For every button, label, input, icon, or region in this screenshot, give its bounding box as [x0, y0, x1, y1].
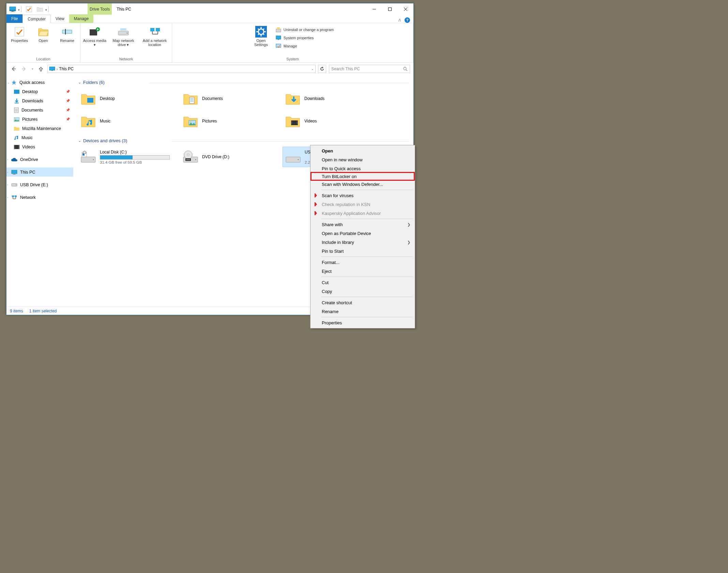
cm-pin-to-start[interactable]: Pin to Start	[312, 247, 414, 255]
nav-quick-access[interactable]: ⌄ Quick access	[6, 78, 73, 87]
drive-local-c[interactable]: Local Disk (C:) 31.4 GB free of 59.5 GB	[78, 147, 177, 167]
nav-this-pc[interactable]: ›This PC	[6, 167, 73, 177]
tab-manage[interactable]: Manage	[69, 14, 93, 23]
cm-open-portable[interactable]: Open as Portable Device	[312, 229, 414, 238]
open-button[interactable]: Open	[32, 25, 54, 56]
map-drive-icon	[118, 26, 129, 38]
uninstall-program-button[interactable]: Uninstall or change a program	[274, 26, 335, 33]
system-properties-label: System properties	[284, 36, 314, 40]
usb-drive-icon	[11, 183, 17, 187]
ribbon-help-area: ᐱ ?	[398, 17, 413, 23]
nav-onedrive[interactable]: ›OneDrive	[6, 155, 73, 164]
folder-music[interactable]: Music	[78, 111, 177, 131]
cm-open[interactable]: Open	[312, 146, 414, 155]
rename-icon	[61, 26, 73, 38]
settings-gear-icon	[255, 26, 267, 38]
pictures-icon	[14, 117, 19, 121]
media-icon	[89, 26, 101, 38]
access-media-button[interactable]: Access media ▾	[82, 25, 107, 56]
cm-separator	[321, 277, 413, 277]
manage-label: Manage	[284, 44, 297, 48]
properties-button[interactable]: Properties	[9, 25, 30, 56]
svg-rect-80	[297, 122, 298, 123]
network-location-icon	[149, 26, 161, 38]
breadcrumb-this-pc[interactable]: This PC	[59, 67, 74, 71]
folder-desktop[interactable]: Desktop	[78, 88, 177, 109]
folders-section-header[interactable]: Folders (6)	[78, 80, 105, 85]
nav-network[interactable]: ›Network	[6, 193, 73, 202]
drives-section-header[interactable]: Devices and drives (3)	[78, 138, 127, 143]
rename-button[interactable]: Rename	[56, 25, 78, 56]
nav-mozilla[interactable]: Mozilla Maintenance	[6, 124, 73, 133]
app-icon[interactable]	[8, 4, 17, 14]
cm-create-shortcut[interactable]: Create shortcut	[312, 298, 414, 307]
add-network-location-button[interactable]: Add a network location	[140, 25, 170, 56]
status-selected-count: 1 item selected	[29, 309, 57, 313]
nav-pictures[interactable]: Pictures📌	[6, 115, 73, 124]
contextual-tab-drive-tools[interactable]: Drive Tools	[88, 3, 112, 15]
cm-open-new-window[interactable]: Open in new window	[312, 155, 414, 164]
quick-access-toolbar: Drive Tools This PC	[6, 3, 413, 15]
help-icon[interactable]: ?	[405, 17, 410, 23]
maximize-button[interactable]	[382, 4, 398, 14]
breadcrumb-separator[interactable]: ›	[57, 67, 58, 71]
search-input[interactable]: Search This PC	[329, 65, 410, 73]
cm-eject[interactable]: Eject	[312, 267, 414, 276]
cm-scan-defender[interactable]: Scan with Windows Defender...	[312, 180, 414, 189]
ribbon-group-network: Access media ▾ Map network drive ▾ Add a…	[80, 23, 172, 62]
cm-cut[interactable]: Cut	[312, 278, 414, 287]
folder-documents[interactable]: Documents	[180, 88, 279, 109]
qat-app-dropdown[interactable]	[17, 6, 20, 12]
tab-computer[interactable]: Computer	[22, 15, 51, 23]
svg-rect-33	[277, 27, 280, 29]
nav-downloads[interactable]: Downloads📌	[6, 96, 73, 105]
manage-button[interactable]: Manage	[274, 42, 335, 50]
chevron-right-icon: ›	[7, 183, 8, 187]
collapse-ribbon-icon[interactable]: ᐱ	[398, 18, 401, 23]
nav-music[interactable]: Music	[6, 133, 73, 142]
system-properties-button[interactable]: System properties	[274, 34, 335, 42]
folder-downloads[interactable]: Downloads	[283, 88, 381, 109]
cm-share-with[interactable]: Share with❯	[312, 220, 414, 229]
minimize-button[interactable]	[366, 4, 382, 14]
cm-copy[interactable]: Copy	[312, 287, 414, 296]
qat-new-folder-icon[interactable]	[35, 4, 45, 14]
cm-include-library[interactable]: Include in library❯	[312, 238, 414, 247]
svg-rect-63	[12, 195, 14, 197]
nav-forward-button[interactable]	[20, 65, 28, 73]
map-drive-button[interactable]: Map network drive ▾	[109, 25, 138, 56]
drive-dvd-d[interactable]: DVD DVD Drive (D:)	[180, 147, 279, 167]
address-bar[interactable]: › This PC ⌄	[47, 65, 316, 73]
nav-desktop[interactable]: Desktop📌	[6, 87, 73, 96]
qat-properties-icon[interactable]	[24, 4, 34, 14]
cm-format[interactable]: Format...	[312, 258, 414, 267]
add-network-location-label: Add a network location	[140, 39, 170, 47]
close-button[interactable]	[398, 4, 413, 14]
tab-file[interactable]: File	[6, 14, 22, 23]
cm-properties[interactable]: Properties	[312, 318, 414, 327]
qat-customize-dropdown[interactable]	[45, 6, 47, 12]
navigation-pane: ⌄ Quick access Desktop📌 Downloads📌 Docum…	[6, 75, 73, 307]
nav-usb-drive[interactable]: ›USB Drive (E:)	[6, 180, 73, 189]
pin-icon: 📌	[66, 90, 70, 93]
nav-recent-dropdown[interactable]: ▾	[30, 65, 34, 73]
ribbon-group-location: Properties Open Rename Location	[6, 23, 80, 62]
cm-scan-viruses[interactable]: Scan for viruses	[312, 191, 414, 200]
nav-documents[interactable]: Documents📌	[6, 105, 73, 115]
tab-view[interactable]: View	[51, 14, 69, 23]
open-settings-button[interactable]: Open Settings	[250, 25, 272, 47]
kaspersky-icon	[314, 210, 319, 216]
ribbon-group-system-label: System	[286, 56, 299, 62]
nav-back-button[interactable]	[10, 65, 17, 73]
chevron-right-icon: ›	[7, 171, 8, 174]
refresh-button[interactable]	[318, 65, 326, 73]
svg-rect-39	[49, 67, 55, 70]
folder-videos[interactable]: Videos	[283, 111, 381, 131]
nav-videos[interactable]: Videos	[6, 142, 73, 151]
svg-rect-18	[156, 28, 160, 31]
nav-up-button[interactable]	[37, 65, 45, 73]
svg-line-42	[406, 70, 407, 71]
folder-pictures[interactable]: Pictures	[180, 111, 279, 131]
cm-rename[interactable]: Rename	[312, 307, 414, 316]
address-dropdown-icon[interactable]: ⌄	[311, 67, 314, 71]
